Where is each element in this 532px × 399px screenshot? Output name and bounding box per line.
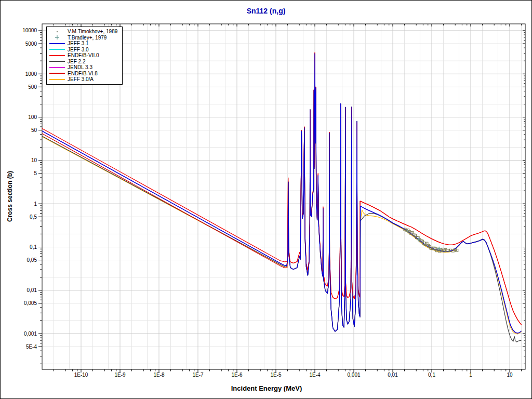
legend-entry-label: ENDF/B-VI.8	[68, 71, 98, 76]
y-tick-label-5e-4: 5E-4	[26, 344, 37, 350]
x-tick-label-1e-4: 1E-4	[309, 372, 321, 378]
x-tick-label-1e-7: 1E-7	[192, 372, 204, 378]
legend-entry-endf-b-vii-0: ENDF/B-VII.0	[49, 52, 117, 59]
series-jeff-3-0	[42, 54, 522, 333]
legend-plus-icon	[49, 35, 65, 40]
legend-entry-label: JENDL 3.3	[68, 64, 92, 70]
legend-entry-v-m-timokhov-1989: V.M.Timokhov+, 1989	[49, 29, 117, 35]
legend-entry-jef-2-2: JEF 2.2	[49, 59, 117, 65]
legend-entry-label: T.Bradley+, 1979	[68, 35, 107, 41]
legend-line-swatch	[49, 65, 65, 70]
x-tick-label-1e-6: 1E-6	[231, 372, 243, 378]
y-tick-label-50: 50	[31, 127, 37, 133]
legend-line-swatch	[49, 77, 65, 82]
y-tick-label-0-005: 0,005	[24, 300, 37, 306]
legend-line-swatch	[49, 59, 65, 64]
legend-entry-label: JEF 2.2	[68, 59, 85, 64]
legend-entry-label: ENDF/B-VII.0	[68, 52, 99, 58]
x-tick-label-1e-10: 1E-10	[74, 372, 88, 378]
legend-entry-jeff-3-1: JEFF 3.1	[49, 41, 117, 47]
legend-entry-jeff-3-0: JEFF 3.0	[49, 47, 117, 53]
legend-entry-jeff-3-0-a: JEFF 3.0/A	[49, 76, 117, 83]
x-tick-label-1: 1	[469, 372, 472, 378]
x-tick-label-0-001: 0,001	[348, 372, 361, 378]
x-tick-label-1e-9: 1E-9	[114, 372, 126, 378]
x-tick-label-0-1: 0,1	[428, 372, 435, 378]
x-tick-label-1e-8: 1E-8	[153, 372, 165, 378]
y-tick-label-0-5: 0,5	[30, 214, 37, 220]
data-point	[456, 249, 458, 252]
legend-entry-endf-b-vi-8: ENDF/B-VI.8	[49, 71, 117, 77]
y-tick-label-500: 500	[28, 84, 37, 90]
y-tick-label-0-1: 0,1	[30, 244, 37, 250]
y-tick-label-1000: 1000	[25, 71, 37, 77]
legend-entry-label: JEFF 3.1	[68, 41, 89, 46]
legend-line-swatch	[49, 53, 65, 58]
x-tick-label-10: 10	[507, 372, 513, 378]
legend-entry-label: V.M.Timokhov+, 1989	[68, 29, 117, 34]
legend-dot-icon	[49, 29, 65, 34]
legend-line-swatch	[49, 71, 65, 76]
legend-entry-jendl-3-3: JENDL 3.3	[49, 64, 117, 71]
y-tick-label-100: 100	[28, 114, 37, 120]
series-jeff-3-1	[42, 54, 522, 333]
series-endf-b-vi-8	[42, 52, 522, 325]
series-endf-b-vii-0	[42, 52, 522, 325]
series-jef-2-2	[42, 54, 522, 342]
legend-entry-t-bradley-1979: T.Bradley+, 1979	[49, 35, 117, 41]
legend-line-swatch	[49, 41, 65, 46]
y-tick-label-1: 1	[34, 201, 37, 207]
legend-entry-label: JEFF 3.0	[68, 47, 89, 52]
legend-entry-label: JEFF 3.0/A	[68, 76, 94, 82]
series-jeff-3-0-a	[42, 54, 522, 334]
series-jendl-3-3	[42, 54, 522, 333]
legend-line-swatch	[49, 47, 65, 52]
y-tick-label-5: 5	[34, 170, 37, 176]
chart-frame: Sn112 (n,g) Cross section (b) Incident E…	[0, 0, 532, 399]
legend: V.M.Timokhov+, 1989T.Bradley+, 1979JEFF …	[46, 26, 123, 85]
x-tick-label-1e-5: 1E-5	[270, 372, 282, 378]
y-tick-label-0-05: 0,05	[27, 257, 37, 263]
y-tick-label-0-001: 0,001	[24, 331, 37, 337]
y-tick-label-10000: 10000	[22, 28, 37, 33]
y-tick-label-10: 10	[31, 157, 37, 163]
curves	[42, 52, 522, 342]
x-tick-label-0-01: 0,01	[388, 372, 398, 378]
y-tick-label-5000: 5000	[25, 41, 37, 47]
y-tick-label-0-01: 0,01	[27, 287, 37, 293]
